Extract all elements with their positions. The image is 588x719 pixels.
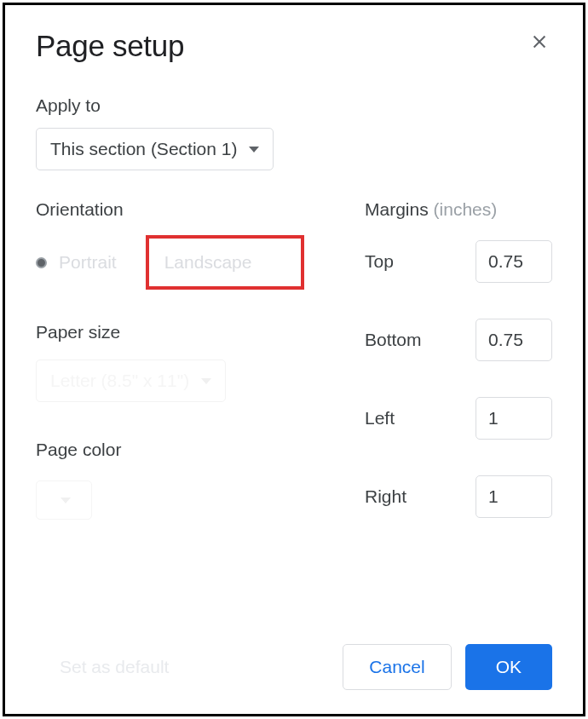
dialog-header: Page setup [36,29,552,63]
page-setup-dialog: Page setup Apply to This section (Sectio… [3,3,585,716]
orientation-section: Orientation Portrait Landscape [36,199,339,290]
margin-right-row: Right [365,475,552,518]
landscape-option[interactable]: Landscape [164,252,280,273]
dialog-footer: Set as default Cancel OK [36,627,552,690]
apply-to-section: Apply to This section (Section 1) [36,95,552,170]
orientation-options: Portrait Landscape [36,235,339,290]
right-column: Margins (inches) Top Bottom Left Right [365,199,552,554]
close-icon [530,32,549,51]
apply-to-dropdown[interactable]: This section (Section 1) [36,128,274,170]
paper-size-section: Paper size Letter (8.5" x 11") [36,322,339,402]
landscape-highlight-box: Landscape [146,235,304,290]
close-button[interactable] [527,29,552,55]
footer-buttons: Cancel OK [343,644,552,690]
margin-left-input[interactable] [476,397,552,440]
left-column: Orientation Portrait Landscape Paper siz… [36,199,339,554]
margin-top-input[interactable] [476,240,552,283]
margin-top-row: Top [365,240,552,283]
orientation-label: Orientation [36,199,339,220]
margins-text: Margins [365,199,429,219]
margin-bottom-row: Bottom [365,319,552,361]
page-color-section: Page color [36,440,339,520]
cancel-button[interactable]: Cancel [343,644,451,690]
landscape-label: Landscape [164,252,252,273]
caret-down-icon [61,498,71,503]
page-color-label: Page color [36,440,339,460]
radio-icon [36,257,47,268]
ok-button[interactable]: OK [465,644,552,690]
portrait-label: Portrait [59,252,117,273]
paper-size-label: Paper size [36,322,339,342]
margin-bottom-input[interactable] [476,319,552,361]
set-default-button[interactable]: Set as default [36,657,169,677]
caret-down-icon [249,147,259,152]
apply-to-selected: This section (Section 1) [50,139,237,159]
paper-size-selected: Letter (8.5" x 11") [50,371,189,391]
margin-right-input[interactable] [476,475,552,518]
dialog-title: Page setup [36,29,184,63]
paper-size-dropdown[interactable]: Letter (8.5" x 11") [36,360,226,402]
caret-down-icon [201,378,211,384]
margin-right-label: Right [365,486,406,507]
main-content: Orientation Portrait Landscape Paper siz… [36,199,552,554]
page-color-dropdown[interactable] [36,480,92,520]
margins-unit: (inches) [434,199,498,219]
margin-top-label: Top [365,251,394,272]
margin-bottom-label: Bottom [365,330,422,350]
portrait-option[interactable]: Portrait [36,252,117,273]
margin-left-row: Left [365,397,552,440]
margin-left-label: Left [365,408,395,429]
apply-to-label: Apply to [36,95,552,116]
margins-label: Margins (inches) [365,199,552,220]
